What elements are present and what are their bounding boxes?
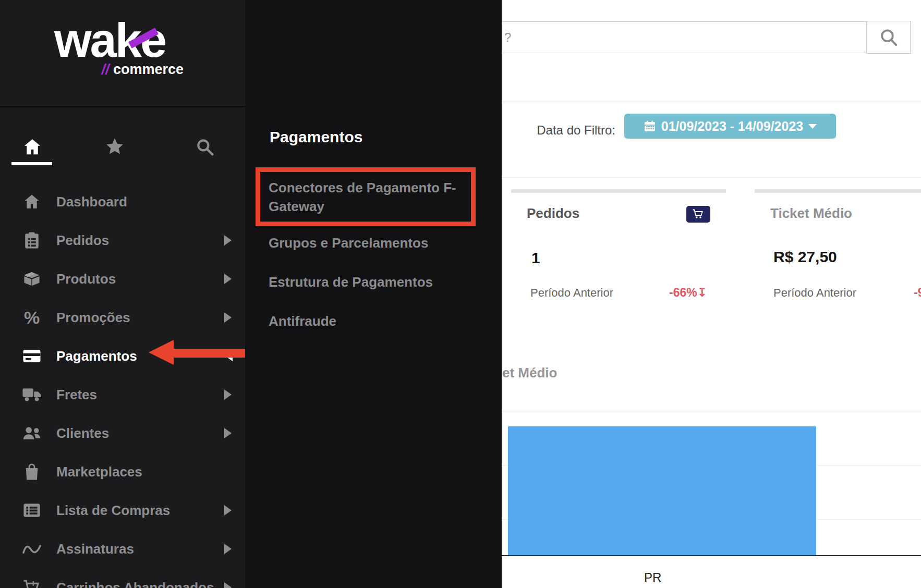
search-icon xyxy=(195,137,215,157)
chevron-right-icon xyxy=(224,544,232,554)
open-box-icon xyxy=(21,271,43,287)
search-button[interactable] xyxy=(867,21,911,54)
tab-favorites[interactable] xyxy=(104,137,125,157)
chevron-right-icon xyxy=(224,274,232,284)
percent-icon: % xyxy=(21,308,43,328)
sidebar-item-lista-de-compras[interactable]: Lista de Compras xyxy=(0,491,245,530)
period-anterior-label: Período Anterior xyxy=(773,286,856,300)
shopping-bag-icon xyxy=(21,463,43,481)
chart-gridline xyxy=(502,411,921,411)
sidebar-item-label: Promoções xyxy=(56,310,130,326)
logo-slashes: // xyxy=(101,62,109,77)
sidebar-item-clientes[interactable]: Clientes xyxy=(0,414,245,452)
sidebar-item-produtos[interactable]: Produtos xyxy=(0,260,245,298)
card-value-pedidos: 1 xyxy=(531,249,540,267)
date-range-value: 01/09/2023 - 14/09/2023 xyxy=(661,119,803,134)
chevron-right-icon xyxy=(224,582,232,588)
search-placeholder: ? xyxy=(504,22,511,53)
chevron-right-icon xyxy=(224,312,232,323)
date-range-button[interactable]: 01/09/2023 - 14/09/2023 xyxy=(624,114,836,139)
credit-card-icon xyxy=(21,348,43,364)
cart-badge xyxy=(686,206,710,223)
submenu-item-grupos-e-parcelamentos[interactable]: Grupos e Parcelamentos xyxy=(269,234,473,252)
card-top-bar xyxy=(511,189,726,193)
submenu-item-conectores-de-pagamento-f-gateway[interactable]: Conectores de Pagamento F-Gateway xyxy=(269,178,473,216)
clipboard-icon xyxy=(21,231,43,249)
annotation-arrow-head xyxy=(149,340,174,365)
home-icon xyxy=(21,193,43,211)
sidebar-item-fretes[interactable]: Fretes xyxy=(0,375,245,414)
chevron-right-icon xyxy=(224,505,232,516)
logo-wordmark: wake xyxy=(54,16,190,65)
card-title-pedidos: Pedidos xyxy=(527,205,579,222)
submenu-item-estrutura-de-pagamentos[interactable]: Estrutura de Pagamentos xyxy=(269,273,473,291)
submenu-item-antifraude[interactable]: Antifraude xyxy=(269,312,473,330)
tab-search[interactable] xyxy=(195,137,215,157)
wave-icon xyxy=(21,542,43,556)
active-tab-underline xyxy=(11,162,52,165)
flyout-title: Pagamentos xyxy=(270,128,362,146)
sidebar-divider xyxy=(0,106,245,107)
change-percent-ticket-medio: -9 xyxy=(914,286,921,300)
caret-down-icon xyxy=(808,124,817,129)
home-icon xyxy=(22,137,42,157)
card-value-ticket-medio: R$ 27,50 xyxy=(773,248,837,266)
tab-home[interactable] xyxy=(22,137,43,157)
sidebar-item-label: Produtos xyxy=(56,271,116,287)
search-icon xyxy=(878,27,899,48)
users-icon xyxy=(21,425,43,441)
sidebar-item-marketplaces[interactable]: Marketplaces xyxy=(0,452,245,491)
annotation-arrow-shaft xyxy=(172,349,245,358)
truck-icon xyxy=(21,387,43,402)
sidebar-item-label: Marketplaces xyxy=(56,464,142,480)
star-icon xyxy=(104,137,125,157)
wake-commerce-logo: wake // commerce xyxy=(54,16,190,78)
sidebar: wake // commerce Dashboard Pedidos P xyxy=(0,0,245,588)
chart-x-tick-label: PR xyxy=(644,570,661,585)
card-title-ticket-medio: Ticket Médio xyxy=(770,205,852,222)
sidebar-item-label: Pedidos xyxy=(56,232,109,249)
change-percent-pedidos: -66%↧ xyxy=(641,286,707,300)
sidebar-item-label: Fretes xyxy=(56,387,97,403)
chevron-right-icon xyxy=(224,428,232,438)
sidebar-item-carrinhos-abandonados[interactable]: Carrinhos Abandonados xyxy=(0,568,245,588)
chevron-right-icon xyxy=(224,389,232,400)
chart-bar-pr xyxy=(508,426,816,556)
calendar-icon xyxy=(644,120,656,132)
date-filter-label: Data do Filtro: xyxy=(511,123,615,138)
logo-subtitle: // commerce xyxy=(54,62,184,78)
sidebar-item-promocoes[interactable]: % Promoções xyxy=(0,298,245,337)
cart-icon xyxy=(692,209,705,219)
sidebar-item-assinaturas[interactable]: Assinaturas xyxy=(0,530,245,568)
sidebar-item-label: Clientes xyxy=(56,425,109,442)
chart-tab-ticket-medio[interactable]: et Médio xyxy=(502,365,557,381)
sidebar-item-label: Assinaturas xyxy=(56,541,134,557)
sidebar-item-label: Lista de Compras xyxy=(56,503,170,519)
sidebar-item-label: Carrinhos Abandonados xyxy=(56,580,214,588)
sidebar-item-pedidos[interactable]: Pedidos xyxy=(0,221,245,260)
app-canvas: wake // commerce Dashboard Pedidos P xyxy=(0,0,921,588)
period-anterior-label: Período Anterior xyxy=(530,286,613,300)
sidebar-item-label: Dashboard xyxy=(56,194,127,210)
sidebar-item-dashboard[interactable]: Dashboard xyxy=(0,182,245,221)
chevron-right-icon xyxy=(224,235,232,246)
pagamentos-flyout-panel: Pagamentos Conectores de Pagamento F-Gat… xyxy=(245,0,502,588)
list-icon xyxy=(21,503,43,518)
sidebar-item-label: Pagamentos xyxy=(56,348,137,364)
logo-suffix: commerce xyxy=(113,62,184,77)
card-top-bar xyxy=(755,189,921,193)
cart-icon xyxy=(21,579,43,588)
